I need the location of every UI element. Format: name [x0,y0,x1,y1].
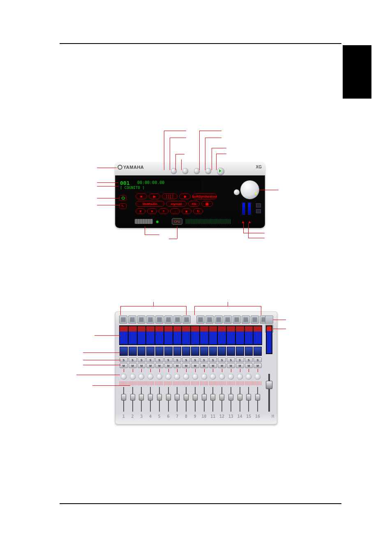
function-pill[interactable]: ♥ [147,208,157,214]
function-pill[interactable]: ↓ [170,208,180,214]
channel-fader[interactable] [129,386,137,412]
channel-clip-thumbnail[interactable] [227,347,235,356]
solo-button[interactable]: S [173,357,182,362]
pan-knob[interactable] [245,373,253,380]
channel-fader[interactable] [200,386,208,412]
pan-knob[interactable] [218,373,226,380]
channel-fader[interactable] [218,386,226,412]
pan-knob[interactable] [200,373,208,380]
solo-button[interactable]: S [155,357,164,362]
category-button[interactable] [242,315,250,324]
pan-knob[interactable] [155,373,164,380]
solo-button[interactable]: S [138,357,146,362]
solo-button[interactable]: S [164,357,173,362]
pan-knob[interactable] [146,373,154,380]
channel-fader[interactable] [120,386,128,412]
function-pill[interactable]: ◆ [179,193,191,199]
channel-fader[interactable] [209,386,217,412]
mute-button[interactable]: M [182,363,190,368]
option-button[interactable]: ✎ [119,203,127,209]
top-knob-2[interactable] [182,168,188,174]
mute-button[interactable]: M [191,363,199,368]
channel-fader[interactable] [155,386,164,412]
function-pill[interactable]: ■ [182,208,191,214]
channel-clip-thumbnail[interactable] [254,347,262,356]
solo-button[interactable]: S [227,357,235,362]
right-mini-button-1[interactable] [256,203,261,207]
right-slider-2[interactable] [248,203,251,215]
channel-clip-thumbnail[interactable] [164,347,173,356]
solo-button[interactable]: S [146,357,154,362]
function-pill[interactable]: MidRadio [136,201,164,207]
solo-button[interactable]: S [236,357,244,362]
category-button[interactable] [146,315,154,324]
channel-fader[interactable] [236,386,244,412]
pan-knob[interactable] [138,373,146,380]
category-button[interactable] [182,315,191,324]
channel-clip-thumbnail[interactable] [209,347,217,356]
pan-knob[interactable] [129,373,137,380]
category-button[interactable] [128,315,136,324]
category-button[interactable] [137,315,145,324]
channel-fader[interactable] [146,386,154,412]
channel-clip-thumbnail[interactable] [129,347,137,356]
channel-fader[interactable] [191,386,199,412]
mute-button[interactable]: M [209,363,217,368]
category-button[interactable] [224,315,232,324]
channel-fader[interactable] [173,386,182,412]
mute-button[interactable]: M [120,363,128,368]
solo-button[interactable]: S [191,357,199,362]
channel-fader[interactable] [182,386,190,412]
channel-fader[interactable] [138,386,146,412]
function-pill[interactable]: ? [159,208,168,214]
channel-clip-thumbnail[interactable] [191,347,199,356]
channel-clip-thumbnail[interactable] [218,347,226,356]
channel-clip-thumbnail[interactable] [173,347,182,356]
category-button[interactable] [119,315,127,324]
channel-clip-thumbnail[interactable] [146,347,154,356]
channel-fader[interactable] [254,386,262,412]
category-button[interactable] [214,315,223,324]
channel-clip-thumbnail[interactable] [120,347,128,356]
pan-knob[interactable] [164,373,173,380]
pan-knob[interactable] [227,373,235,380]
pan-knob[interactable] [254,373,262,380]
right-slider-1[interactable] [242,203,245,215]
category-button[interactable] [251,315,259,324]
pan-knob[interactable] [182,373,190,380]
mute-button[interactable]: M [146,363,154,368]
mute-button[interactable]: M [218,363,226,368]
solo-button[interactable]: S [182,357,190,362]
function-pill[interactable]: mymail [166,201,187,207]
top-knob-4[interactable] [205,168,211,174]
category-button[interactable] [205,315,214,324]
channel-fader[interactable] [227,386,235,412]
channel-fader[interactable] [245,386,253,412]
mute-button[interactable]: M [155,363,164,368]
function-pill[interactable]: XG [188,201,200,207]
channel-fader[interactable] [164,386,173,412]
category-button[interactable] [173,315,182,324]
function-pill[interactable]: ▼ [136,208,145,214]
function-pill[interactable]: ┆┆┆┆ [162,193,178,199]
mute-button[interactable]: M [227,363,235,368]
mute-button[interactable]: M [129,363,137,368]
function-pill[interactable]: ▶ [149,193,160,199]
solo-button[interactable]: S [129,357,137,362]
channel-clip-thumbnail[interactable] [200,347,208,356]
mute-button[interactable]: M [254,363,262,368]
pan-knob[interactable] [191,373,199,380]
function-pill[interactable]: ■ [136,193,147,199]
channel-clip-thumbnail[interactable] [182,347,190,356]
mute-button[interactable]: M [138,363,146,368]
channel-clip-thumbnail[interactable] [245,347,253,356]
pan-knob[interactable] [120,373,128,380]
jog-dial[interactable] [240,180,259,199]
stop-button[interactable] [234,189,240,195]
category-button[interactable] [196,315,205,324]
mute-button[interactable]: M [236,363,244,368]
power-button[interactable]: ⏻ [119,195,127,201]
solo-button[interactable]: S [200,357,208,362]
category-button[interactable] [155,315,164,324]
category-button[interactable] [164,315,173,324]
